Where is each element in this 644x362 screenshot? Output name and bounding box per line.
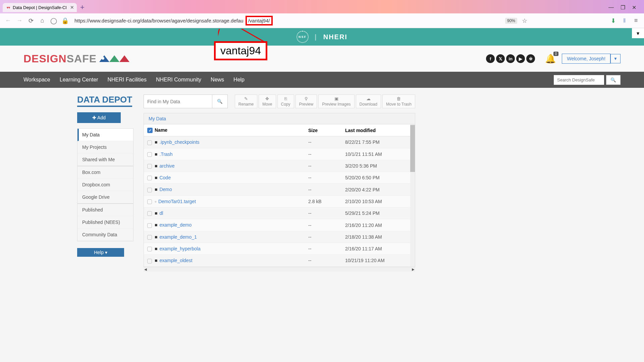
search-button[interactable]: 🔍 [606,75,621,85]
search-input[interactable] [554,75,604,85]
menu-icon[interactable]: ≡ [632,17,640,24]
bookmark-icon[interactable]: ☆ [521,17,529,24]
table-row[interactable]: ▫DemoTar01.target2.8 kB2/10/20 10:53 AM [144,195,415,207]
row-checkbox[interactable] [147,140,152,145]
file-name-link[interactable]: dl [159,210,163,216]
horizontal-scrollbar[interactable]: ◀▶ [144,267,415,272]
find-input[interactable] [144,95,212,108]
sidebar-item-published[interactable]: Published [77,204,133,216]
home-icon[interactable]: ⌂ [38,17,46,24]
browser-tab[interactable]: ▾▾ Data Depot | DesignSafe-CI ✕ [3,3,77,12]
move-button[interactable]: ✥Move [259,95,276,108]
twitter-icon[interactable]: 𝕏 [496,54,505,63]
row-checkbox[interactable] [147,247,152,251]
table-row[interactable]: ■.ipynb_checkpoints--8/22/21 7:55 PM [144,136,415,148]
nav-item-nheri-facilities[interactable]: NHERI Facilities [107,77,146,83]
row-checkbox[interactable] [147,199,152,204]
file-name-link[interactable]: DemoTar01.target [158,199,196,204]
sidebar-item-shared-with-me[interactable]: Shared with Me [77,154,133,166]
new-tab-button[interactable]: + [80,3,85,12]
user-dropdown-caret[interactable]: ▼ [610,54,621,63]
reload-icon[interactable]: ⟳ [27,17,35,24]
nav-item-learning-center[interactable]: Learning Center [60,77,98,83]
sidebar-item-google-drive[interactable]: Google Drive [77,191,133,203]
file-name-link[interactable]: .ipynb_checkpoints [159,139,199,145]
row-checkbox[interactable] [147,188,152,192]
maximize-icon[interactable]: ❐ [621,4,625,11]
sidebar-item-my-projects[interactable]: My Projects [77,141,133,154]
linkedin-icon[interactable]: in [506,54,515,63]
file-name-link[interactable]: Demo [159,187,172,192]
zoom-badge[interactable]: 90% [505,18,517,24]
forward-icon[interactable]: → [15,17,23,24]
nav-item-workspace[interactable]: Workspace [23,77,50,83]
preview-images-button[interactable]: ▣Preview Images [318,95,354,108]
minimize-icon[interactable]: — [608,4,614,11]
row-checkbox[interactable] [147,164,152,169]
file-name-link[interactable]: example_oldest [159,258,192,263]
file-modified: 5/29/21 5:24 PM [342,207,415,219]
column-header-name[interactable]: ✓Name [144,124,305,136]
table-row[interactable]: ■Code--5/20/20 6:50 PM [144,172,415,184]
close-icon[interactable]: ✕ [70,5,74,10]
sidebar-item-community-data[interactable]: Community Data [77,229,133,241]
file-name-link[interactable]: .Trash [159,152,172,157]
file-size: -- [305,207,342,219]
shield-icon[interactable]: ◯ [50,17,58,24]
file-modified: 10/1/21 11:51 AM [342,148,415,160]
download-button[interactable]: ☁Download [356,95,381,108]
find-button[interactable]: 🔍 [212,95,228,108]
download-icon[interactable]: ⬇ [609,17,617,24]
nav-item-news[interactable]: News [211,77,224,83]
sidebar-item-published-nees-[interactable]: Published (NEES) [77,216,133,229]
column-header-last-modified[interactable]: Last modified [342,124,415,136]
file-modified: 5/20/20 6:50 PM [342,172,415,184]
close-window-icon[interactable]: ✕ [632,4,636,11]
table-row[interactable]: ■.Trash--10/1/21 11:51 AM [144,148,415,160]
nav-item-help[interactable]: Help [233,77,245,83]
url-input[interactable]: https://www.designsafe-ci.org/data/brows… [72,16,502,25]
library-icon[interactable]: ⦀ [621,17,629,24]
nheri-dropdown[interactable]: ▾ [632,28,644,38]
file-name-link[interactable]: archive [159,163,174,169]
file-name-link[interactable]: example_demo_1 [159,234,197,240]
table-row[interactable]: ■Demo--2/20/20 4:22 PM [144,184,415,195]
row-checkbox[interactable] [147,223,152,228]
table-row[interactable]: ■example_oldest--10/21/19 11:20 AM [144,255,415,266]
file-modified: 2/16/20 11:17 AM [342,243,415,254]
table-row[interactable]: ■archive--3/2/20 5:36 PM [144,160,415,172]
sidebar-item-box-com[interactable]: Box.com [77,166,133,179]
preview-button[interactable]: ⚲Preview [296,95,317,108]
copy-button[interactable]: ⎘Copy [277,95,294,108]
designsafe-logo[interactable]: DESIGNSAFE [23,53,97,65]
table-row[interactable]: ■example_hyperbola--2/16/20 11:17 AM [144,243,415,254]
notification-bell-icon[interactable]: 🔔 0 [545,54,556,64]
table-row[interactable]: ■example_demo--2/16/20 11:20 AM [144,219,415,231]
rename-button[interactable]: ✎Rename [235,95,257,108]
row-checkbox[interactable] [147,176,152,180]
column-header-size[interactable]: Size [305,124,342,136]
back-icon[interactable]: ← [4,17,12,24]
welcome-user-button[interactable]: Welcome, Joseph! [562,54,610,64]
row-checkbox[interactable] [147,259,152,263]
row-checkbox[interactable] [147,211,152,216]
move-to-trash-button[interactable]: 🗑Move to Trash [382,95,415,108]
vertical-scrollbar[interactable] [410,124,415,267]
file-name-link[interactable]: Code [159,175,170,180]
help-button[interactable]: Help ▾ [77,248,124,257]
table-row[interactable]: ■example_demo_1--2/18/20 11:38 AM [144,231,415,243]
table-row[interactable]: ■dl--5/29/21 5:24 PM [144,207,415,219]
youtube-icon[interactable]: ▶ [516,54,525,63]
slack-icon[interactable]: ※ [526,54,535,63]
sidebar-item-dropbox-com[interactable]: Dropbox.com [77,179,133,191]
file-name-link[interactable]: example_hyperbola [159,246,200,251]
add-button[interactable]: ✚ Add [77,112,121,123]
breadcrumb[interactable]: My Data [144,113,415,124]
nav-item-nheri-community[interactable]: NHERI Community [156,77,201,83]
select-all-checkbox[interactable]: ✓ [147,128,153,133]
sidebar-item-my-data[interactable]: My Data [77,129,133,141]
file-name-link[interactable]: example_demo [159,222,192,228]
row-checkbox[interactable] [147,235,152,240]
facebook-icon[interactable]: f [486,54,495,63]
row-checkbox[interactable] [147,152,152,157]
